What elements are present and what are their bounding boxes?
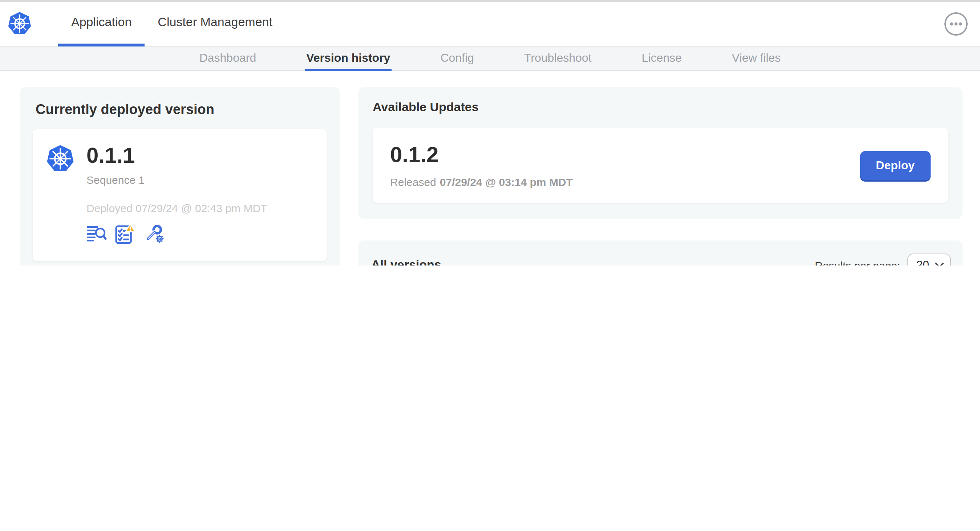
released-label: Released	[390, 176, 436, 189]
update-released-line: Released07/29/24 @ 03:14 pm MDT	[390, 176, 573, 189]
available-update-row: 0.1.2 Released07/29/24 @ 03:14 pm MDT De…	[373, 128, 948, 203]
deploy-button[interactable]: Deploy	[860, 151, 931, 180]
currently-deployed-title: Currently deployed version	[36, 102, 327, 118]
current-version-number: 0.1.1	[86, 144, 267, 167]
current-version-sequence: Sequence 1	[86, 173, 267, 186]
tab-cluster-management[interactable]: Cluster Management	[145, 2, 285, 46]
tab-config[interactable]: Config	[439, 46, 476, 72]
tab-version-history[interactable]: Version history	[305, 46, 391, 72]
diff-icon[interactable]	[86, 226, 107, 242]
page-tabs: Dashboard Version history Config Trouble…	[0, 46, 980, 72]
results-per-page-value: 20	[916, 259, 929, 266]
current-version-deployed-date: Deployed 07/29/24 @ 02:43 pm MDT	[86, 202, 267, 214]
available-updates-title: Available Updates	[373, 100, 948, 115]
update-version-number: 0.1.2	[390, 143, 573, 167]
released-date: 07/29/24 @ 03:14 pm MDT	[440, 176, 573, 189]
main-content: Currently deployed version 0.1.1 Sequenc…	[0, 72, 980, 266]
tab-view-files[interactable]: View files	[730, 46, 783, 72]
app-level-tabs: Application Cluster Management	[58, 2, 285, 46]
currently-deployed-version-card: 0.1.1 Sequence 1 Deployed 07/29/24 @ 02:…	[33, 130, 327, 261]
top-app-bar: Application Cluster Management	[0, 2, 980, 46]
ellipsis-menu-button[interactable]	[944, 2, 968, 46]
app-window: Application Cluster Management Dashboard…	[0, 0, 980, 266]
available-updates-section: Available Updates 0.1.2 Released07/29/24…	[358, 87, 963, 219]
all-versions-section: All versions Results per page: 20	[358, 241, 963, 266]
tab-application[interactable]: Application	[58, 2, 145, 46]
results-per-page-label: Results per page:	[815, 259, 900, 266]
all-versions-title: All versions	[371, 258, 441, 266]
kubernetes-app-icon	[46, 144, 75, 245]
currently-deployed-card: Currently deployed version 0.1.1 Sequenc…	[20, 87, 340, 266]
results-per-page-select[interactable]: 20	[907, 254, 951, 266]
config-icon[interactable]	[144, 223, 165, 245]
tab-license[interactable]: License	[640, 46, 683, 72]
tab-troubleshoot[interactable]: Troubleshoot	[523, 46, 593, 72]
version-history-panel: Available Updates 0.1.2 Released07/29/24…	[358, 87, 963, 266]
ellipsis-icon	[944, 12, 968, 36]
kubernetes-logo	[7, 2, 32, 46]
chevron-down-icon	[935, 262, 944, 266]
tab-dashboard[interactable]: Dashboard	[198, 46, 258, 72]
preflight-checks-warning-icon[interactable]	[115, 223, 136, 245]
